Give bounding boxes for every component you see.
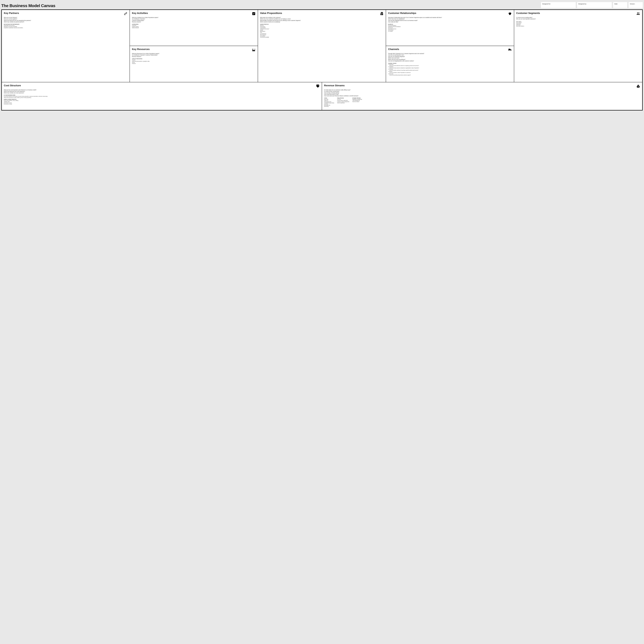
gift-icon [380, 12, 384, 16]
revenue-dynamic-list: Negotiation (bargaining)Yield Management… [352, 99, 362, 102]
channels-prompts: Through which Channels do our Customer S… [388, 53, 512, 62]
cost-structure-subhead2: sample characteristics [4, 99, 320, 100]
value-propositions-subhead: characteristics [260, 24, 384, 25]
checkbox-icon [252, 12, 256, 16]
key-partners-block: Key Partners Who are our Key Partners?Wh… [2, 10, 130, 82]
revenue-streams-block: Revenue Streams $ For what value are our… [322, 82, 642, 110]
revenue-types-head: types [324, 98, 334, 99]
key-resources-subhead: types of resources [132, 58, 256, 59]
key-resources-sublist: PhysicalIntellectual (brand patents, cop… [132, 59, 256, 64]
cost-structure-prompts: What are the most important costs inhere… [4, 89, 320, 94]
value-propositions-block: Value Propositions What value do we deli… [258, 10, 386, 82]
value-propositions-title: Value Propositions [260, 12, 282, 15]
designed-by-field[interactable]: Designed by: [577, 2, 612, 8]
key-partners-subhead: motivations for partnerships [4, 24, 128, 25]
page-title: The Business Model Canvas [1, 2, 55, 8]
date-label: Date: [614, 3, 626, 5]
key-activities-sublist: ProductionProblem SolvingPlatform/Networ… [132, 25, 256, 28]
version-label: Version: [630, 3, 641, 5]
customer-segments-title: Customer Segments [516, 12, 540, 15]
value-propositions-prompts: What value do we deliver to the customer… [260, 17, 384, 23]
cost-structure-sublist1: Cost Driven (leanest cost structure, low… [4, 96, 320, 98]
customer-segments-block: Customer Segments For whom are we creati… [514, 10, 642, 82]
designed-for-label: Designed for: [542, 3, 574, 5]
factory-icon [252, 48, 256, 52]
key-partners-title: Key Partners [4, 12, 19, 15]
customer-relationships-block: Customer Relationships What type of rela… [386, 10, 514, 46]
money-bag-icon: $ [636, 84, 640, 88]
revenue-fixed-head: fixed pricing [337, 98, 349, 99]
designed-for-field[interactable]: Designed for: [541, 2, 576, 8]
cost-structure-block: Cost Structure What are the most importa… [2, 82, 322, 108]
value-propositions-sublist: NewnessPerformanceCustomization"Getting … [260, 25, 384, 38]
key-partners-prompts: Who are our Key Partners?Who are our key… [4, 17, 128, 23]
channels-block: Channels Through which Channels do our C… [386, 46, 514, 82]
key-partners-sublist: Optimization and economyReduction of ris… [4, 25, 128, 28]
customer-relationships-subhead: examples [388, 24, 512, 25]
revenue-streams-title: Revenue Streams [324, 84, 345, 87]
revenue-streams-prompts: For what value are our customers really … [324, 89, 640, 97]
truck-icon [508, 48, 512, 52]
key-resources-block: Key Resources What Key Resources do our … [130, 46, 258, 82]
cost-structure-subhead1: is your business more [4, 95, 320, 96]
heart-icon [508, 12, 512, 16]
canvas: Key Partners Who are our Key Partners?Wh… [1, 9, 643, 111]
users-icon [636, 12, 640, 16]
designed-by-label: Designed by: [578, 3, 611, 5]
customer-segments-sublist: Mass MarketNiche MarketSegmentedDiversif… [516, 21, 640, 27]
header: The Business Model Canvas Designed for: … [1, 1, 643, 9]
customer-segments-prompts: For whom are we creating value?Who are o… [516, 17, 640, 20]
key-activities-subhead: catergories [132, 24, 256, 25]
revenue-fixed-list: List PriceProduct feature dependentCusto… [337, 99, 349, 103]
cost-structure-title: Cost Structure [4, 84, 21, 87]
key-activities-block: Key Activities What Key Activities do ou… [130, 10, 258, 46]
customer-relationships-sublist: Personal assistanceDedicated Personal As… [388, 25, 512, 32]
cost-structure-sublist2: Fixed Costs (salaries, rents, utilities)… [4, 100, 320, 105]
key-resources-title: Key Resources [132, 48, 150, 51]
svg-text:$: $ [638, 86, 639, 87]
channels-subhead: channel phases [388, 63, 512, 64]
tag-icon [316, 84, 320, 88]
version-field[interactable]: Version: [629, 2, 643, 8]
customer-relationships-title: Customer Relationships [388, 12, 416, 15]
link-icon [124, 12, 128, 16]
channels-phases: 1. AwarenessHow do we raise awareness ab… [388, 64, 512, 76]
customer-relationships-prompts: What type of relationship does each of o… [388, 17, 512, 23]
key-activities-title: Key Activities [132, 12, 148, 15]
revenue-types-list: Asset saleUsage feeSubscription FeesLend… [324, 99, 334, 107]
date-field[interactable]: Date: [613, 2, 627, 8]
revenue-dynamic-head: dynamic pricing [352, 98, 362, 99]
key-activities-prompts: What Key Activities do our Value Proposi… [132, 17, 256, 23]
key-resources-prompts: What Key Resources do our Value Proposit… [132, 53, 256, 57]
channels-title: Channels [388, 48, 399, 51]
